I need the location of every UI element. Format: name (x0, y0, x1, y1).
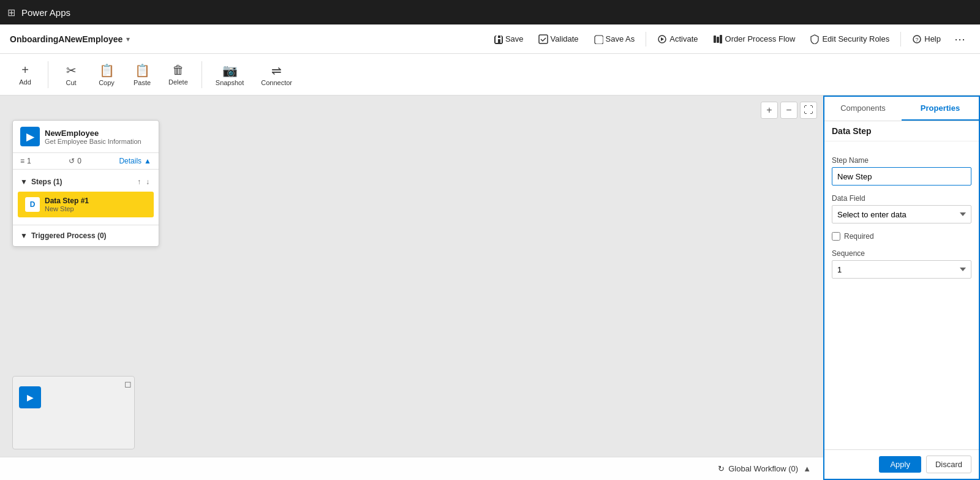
copy-tool[interactable]: 📋 Copy (91, 59, 122, 90)
mini-canvas-expand-button[interactable]: ◻ (124, 379, 132, 389)
steps-icon: ≡ (20, 157, 24, 165)
zoom-out-button[interactable]: − (780, 102, 797, 119)
steps-title: ▼ Steps (1) (20, 178, 62, 186)
svg-text:?: ? (916, 37, 919, 43)
connector-icon: ⇌ (271, 63, 282, 78)
header-actions: Save Validate Save As Activate Order Pro… (487, 30, 970, 48)
tool-ribbon: + Add ✂ Cut 📋 Copy 📋 Paste 🗑 Delete 📷 Sn… (0, 54, 980, 96)
delete-icon: 🗑 (172, 63, 184, 77)
data-field-select[interactable]: Select to enter data (832, 205, 971, 223)
add-icon: + (21, 63, 29, 77)
tab-components[interactable]: Components (824, 97, 902, 121)
breadcrumb-title: OnboardingANewEmployee (10, 34, 123, 44)
step-up-button[interactable]: ↑ (135, 177, 143, 187)
triggered-title: ▼ Triggered Process (0) (20, 231, 107, 240)
fit-to-screen-button[interactable]: ⛶ (800, 102, 817, 119)
triggered-collapse-icon[interactable]: ▼ (20, 231, 28, 240)
activate-button[interactable]: Activate (651, 31, 704, 48)
loops-stat: ↺ 0 (69, 157, 81, 165)
steps-section: ▼ Steps (1) ↑ ↓ D Data Step #1 New Step (13, 170, 159, 225)
triggered-section: ▼ Triggered Process (0) (13, 225, 159, 246)
more-options-button[interactable]: ⋯ (949, 30, 970, 48)
zoom-controls: + − ⛶ (761, 102, 817, 119)
details-button[interactable]: Details ▲ (119, 157, 151, 165)
save-button[interactable]: Save (487, 31, 530, 48)
apply-button[interactable]: Apply (879, 456, 921, 473)
delete-tool[interactable]: 🗑 Delete (162, 59, 194, 89)
global-workflow-label: ↻ Global Workflow (0) (718, 464, 798, 473)
discard-button[interactable]: Discard (926, 456, 971, 473)
details-chevron-icon: ▲ (144, 157, 151, 165)
card-subtitle: Get Employee Basic Information (45, 138, 141, 145)
step-icon: D (25, 197, 40, 212)
global-workflow-chevron[interactable]: ▲ (803, 464, 811, 473)
help-button[interactable]: ? Help (906, 31, 947, 48)
data-field-label: Data Field (832, 194, 971, 203)
steps-arrows: ↑ ↓ (135, 177, 151, 187)
edit-security-roles-button[interactable]: Edit Security Roles (804, 31, 895, 48)
required-row: Required (832, 232, 971, 241)
zoom-in-button[interactable]: + (761, 102, 778, 119)
snapshot-icon: 📷 (222, 63, 238, 78)
step-name-field-group: Step Name (832, 156, 971, 186)
sequence-field-group: Sequence 1 (832, 249, 971, 279)
cut-tool[interactable]: ✂ Cut (56, 59, 86, 90)
cut-icon: ✂ (66, 63, 77, 78)
global-workflow-bar: ↻ Global Workflow (0) ▲ (0, 457, 823, 480)
card-icon: ▶ (20, 127, 40, 146)
required-label: Required (844, 232, 874, 241)
snapshot-tool[interactable]: 📷 Snapshot (209, 59, 250, 90)
panel-tabs: Components Properties (824, 97, 979, 121)
triggered-header: ▼ Triggered Process (0) (13, 229, 159, 242)
svg-rect-0 (539, 35, 548, 43)
add-tool[interactable]: + Add (10, 59, 40, 89)
header-toolbar: OnboardingANewEmployee ▾ Save Validate S… (0, 24, 980, 54)
step-down-button[interactable]: ↓ (144, 177, 151, 187)
required-checkbox[interactable] (832, 232, 840, 241)
copy-icon: 📋 (99, 63, 115, 78)
paste-icon: 📋 (135, 63, 150, 78)
canvas-area[interactable]: + − ⛶ ▶ NewEmployee Get Employee Basic I… (0, 96, 823, 480)
panel-content: Step Name Data Field Select to enter dat… (824, 149, 979, 449)
save-as-button[interactable]: Save As (587, 31, 641, 48)
tab-properties[interactable]: Properties (902, 97, 979, 121)
steps-collapse-icon[interactable]: ▼ (20, 178, 28, 186)
svg-rect-3 (717, 37, 719, 43)
card-header: ▶ NewEmployee Get Employee Basic Informa… (13, 121, 159, 153)
card-stats: ≡ 1 ↺ 0 Details ▲ (13, 153, 159, 170)
global-workflow-spin-icon: ↻ (718, 464, 725, 473)
svg-rect-2 (714, 36, 716, 43)
main-area: + − ⛶ ▶ NewEmployee Get Employee Basic I… (0, 96, 980, 480)
steps-stat: ≡ 1 (20, 157, 31, 165)
step-name-input[interactable] (832, 167, 971, 186)
card-info: NewEmployee Get Employee Basic Informati… (45, 129, 141, 145)
step-name: Data Step #1 (45, 197, 89, 205)
breadcrumb: OnboardingANewEmployee ▾ (10, 34, 130, 44)
step-name-label: Step Name (832, 156, 971, 165)
card-title: NewEmployee (45, 129, 141, 138)
paste-tool[interactable]: 📋 Paste (127, 59, 157, 90)
steps-header: ▼ Steps (1) ↑ ↓ (13, 174, 159, 189)
right-panel: Components Properties Data Step Step Nam… (823, 96, 980, 480)
order-process-flow-button[interactable]: Order Process Flow (707, 31, 802, 48)
connector-tool[interactable]: ⇌ Connector (255, 59, 298, 90)
svg-rect-4 (720, 35, 722, 43)
data-field-group: Data Field Select to enter data (832, 194, 971, 223)
step-desc: New Step (45, 205, 89, 212)
validate-button[interactable]: Validate (532, 31, 585, 48)
mini-canvas: ◻ ▶ (12, 376, 135, 449)
step-item[interactable]: D Data Step #1 New Step (18, 192, 154, 217)
grid-icon[interactable]: ⊞ (7, 7, 15, 18)
top-bar: ⊞ Power Apps (0, 0, 980, 24)
loops-icon: ↺ (69, 157, 75, 165)
process-card: ▶ NewEmployee Get Employee Basic Informa… (12, 120, 159, 247)
sequence-label: Sequence (832, 249, 971, 258)
step-info: Data Step #1 New Step (45, 197, 89, 212)
panel-footer: Apply Discard (824, 449, 979, 479)
app-name: Power Apps (21, 7, 70, 18)
sequence-select[interactable]: 1 (832, 260, 971, 279)
panel-section-title: Data Step (824, 121, 979, 141)
mini-card-icon: ▶ (19, 386, 41, 408)
breadcrumb-chevron[interactable]: ▾ (126, 35, 130, 43)
